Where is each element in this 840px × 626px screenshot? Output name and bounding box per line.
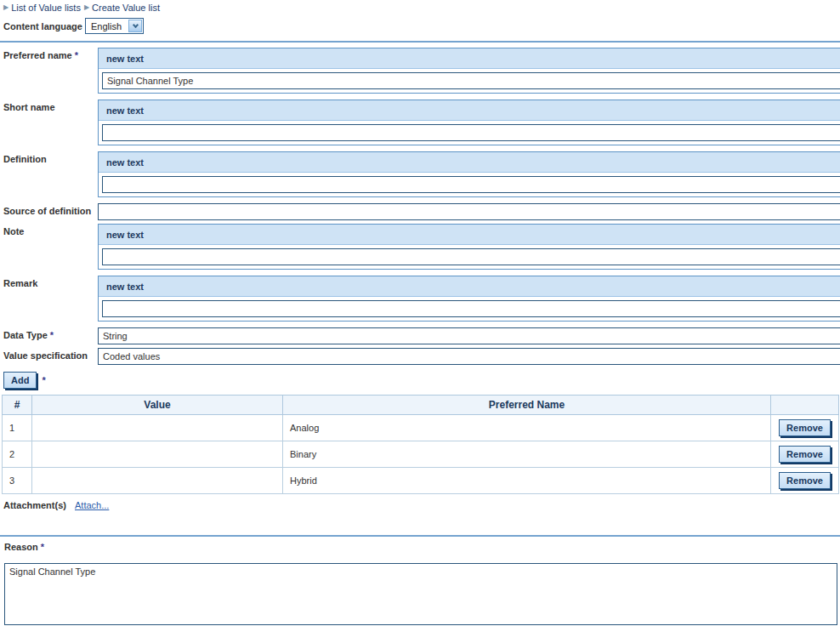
preferred-name-label: Preferred name *: [3, 48, 98, 60]
reason-textarea[interactable]: Signal Channel Type: [4, 563, 837, 625]
column-header-num: #: [3, 396, 32, 415]
data-type-row: Data Type *: [3, 327, 840, 344]
remove-button[interactable]: Remove: [779, 446, 831, 463]
note-group-header: new text: [99, 225, 840, 245]
required-marker: *: [41, 542, 44, 552]
table-row: 3 Hybrid Remove: [3, 468, 839, 494]
note-group: new text: [98, 224, 840, 270]
required-marker: *: [75, 50, 78, 60]
row-value-cell: [32, 415, 283, 441]
breadcrumb-list-of-value-lists[interactable]: ▶ List of Value lists: [3, 3, 81, 13]
value-specification-input[interactable]: [98, 348, 840, 365]
column-header-value: Value: [32, 396, 283, 415]
values-table-header-row: # Value Preferred Name: [3, 396, 839, 415]
definition-group-header: new text: [99, 152, 840, 173]
breadcrumb: ▶ List of Value lists ▶ Create Value lis…: [3, 3, 840, 13]
definition-row: Definition new text: [3, 151, 840, 197]
row-number-cell: 1: [3, 415, 32, 441]
table-row: 2 Binary Remove: [3, 441, 839, 468]
breadcrumb-arrow-icon: ▶: [3, 3, 9, 12]
data-type-label: Data Type *: [3, 327, 98, 340]
remark-row: Remark new text: [3, 276, 840, 322]
preferred-name-row: Preferred name * new text: [3, 48, 840, 94]
note-row: Note new text: [3, 224, 840, 270]
data-type-input[interactable]: [98, 327, 840, 344]
source-of-definition-input[interactable]: [98, 203, 840, 220]
source-of-definition-label: Source of definition: [3, 203, 98, 216]
row-preferred-name-cell: Hybrid: [283, 468, 771, 494]
top-divider: [0, 41, 840, 43]
value-specification-row: Value specification: [3, 348, 840, 365]
reason-label: Reason *: [4, 542, 840, 552]
value-specification-label: Value specification: [3, 348, 98, 361]
breadcrumb-label: Create Value list: [92, 3, 160, 13]
row-preferred-name-cell: Binary: [283, 441, 771, 468]
remark-group-header: new text: [99, 276, 840, 297]
row-value-cell: [32, 441, 283, 468]
content-language-select[interactable]: English: [85, 18, 144, 34]
remark-label: Remark: [3, 276, 98, 288]
column-header-action: [771, 396, 839, 415]
required-marker: *: [42, 375, 45, 385]
row-number-cell: 3: [3, 468, 32, 494]
content-language-label: Content language: [3, 21, 85, 31]
attachments-row: Attachment(s) Attach...: [3, 500, 840, 510]
content-language-row: Content language English: [3, 18, 840, 34]
note-label: Note: [3, 224, 98, 236]
breadcrumb-arrow-icon: ▶: [84, 3, 89, 12]
add-row: Add *: [3, 372, 840, 389]
breadcrumb-label: List of Value lists: [11, 3, 81, 13]
short-name-input[interactable]: [102, 124, 840, 141]
column-header-preferred-name: Preferred Name: [283, 396, 771, 415]
remark-input[interactable]: [102, 300, 840, 317]
row-number-cell: 2: [3, 441, 32, 468]
preferred-name-input[interactable]: [102, 72, 840, 89]
required-marker: *: [50, 330, 54, 340]
remark-group: new text: [98, 276, 840, 322]
attachments-label: Attachment(s): [3, 500, 75, 510]
attach-link[interactable]: Attach...: [75, 500, 109, 510]
definition-input[interactable]: [102, 176, 840, 193]
short-name-label: Short name: [3, 100, 98, 112]
remove-button[interactable]: Remove: [779, 472, 831, 489]
short-name-group: new text: [98, 100, 840, 145]
reason-divider: [0, 535, 840, 537]
preferred-name-group-header: new text: [99, 48, 840, 69]
note-input[interactable]: [102, 248, 840, 265]
breadcrumb-create-value-list[interactable]: ▶ Create Value list: [84, 3, 160, 13]
preferred-name-group: new text: [98, 48, 840, 94]
row-preferred-name-cell: Analog: [283, 415, 771, 441]
short-name-row: Short name new text: [3, 100, 840, 145]
definition-group: new text: [98, 151, 840, 197]
table-row: 1 Analog Remove: [3, 415, 839, 441]
definition-label: Definition: [3, 151, 98, 164]
create-value-list-page: ▶ List of Value lists ▶ Create Value lis…: [0, 0, 840, 626]
short-name-group-header: new text: [99, 100, 840, 121]
add-button[interactable]: Add: [3, 372, 37, 389]
content-language-value: English: [86, 21, 128, 31]
row-value-cell: [32, 468, 283, 494]
values-table: # Value Preferred Name 1 Analog Remove 2…: [2, 395, 839, 494]
remove-button[interactable]: Remove: [779, 419, 831, 436]
chevron-down-icon: [128, 20, 142, 32]
source-of-definition-row: Source of definition: [3, 203, 840, 220]
